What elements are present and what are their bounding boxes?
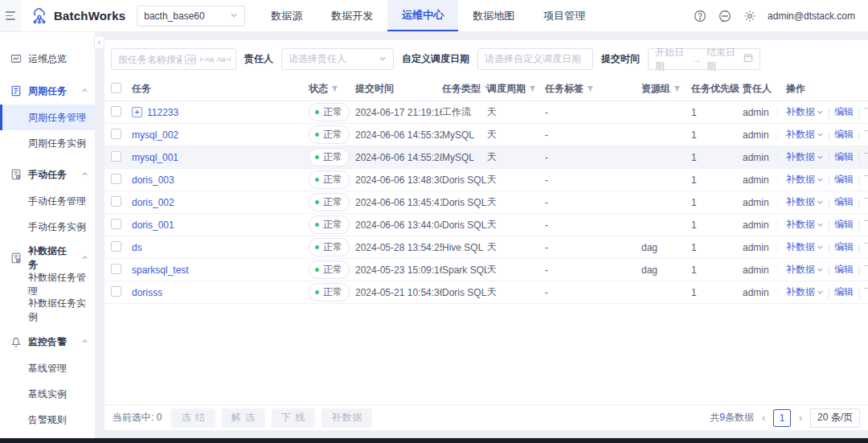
filter-icon[interactable]	[587, 85, 594, 92]
match-case-icon[interactable]: Ab	[185, 55, 196, 64]
sidebar-subitem[interactable]: 周期任务管理	[0, 105, 95, 130]
offline-action[interactable]: 下线	[864, 263, 868, 277]
sidebar-subitem[interactable]: 补数据任务管理	[0, 272, 95, 297]
patch-data-action[interactable]: 补数据	[786, 105, 824, 119]
row-checkbox[interactable]	[111, 241, 121, 252]
offline-action[interactable]: 下线	[864, 218, 868, 232]
user-email[interactable]: admin@dtstack.com	[768, 10, 855, 22]
chevron-down-icon	[817, 174, 824, 186]
batch-action-button-4[interactable]: 补数据	[321, 408, 372, 428]
expand-icon[interactable]: +	[132, 107, 142, 117]
edit-action[interactable]: 编辑	[834, 218, 854, 232]
action-separator: |	[828, 152, 830, 163]
patch-data-action[interactable]: 补数据	[786, 218, 824, 232]
match-prefix-icon[interactable]: ⊢Aa	[199, 55, 213, 64]
task-name-link[interactable]: dorisss	[132, 287, 162, 298]
sidebar-item[interactable]: 运维总览	[0, 45, 95, 72]
chevron-down-icon	[379, 54, 387, 65]
row-checkbox[interactable]	[111, 264, 121, 274]
batch-action-button-2[interactable]: 解 冻	[222, 408, 265, 428]
edit-action[interactable]: 编辑	[834, 105, 854, 119]
prev-page-button[interactable]: ‹	[760, 412, 767, 424]
sidebar-subitem[interactable]: 手动任务实例	[0, 214, 95, 240]
patch-data-action[interactable]: 补数据	[786, 195, 824, 209]
project-select[interactable]: bacth_base60	[137, 6, 245, 27]
patch-data-action[interactable]: 补数据	[786, 285, 824, 299]
row-checkbox[interactable]	[111, 196, 121, 207]
task-name-link[interactable]: ds	[132, 242, 142, 253]
patch-data-action[interactable]: 补数据	[786, 240, 824, 254]
nav-item-1[interactable]: 数据源	[256, 0, 317, 31]
edit-action[interactable]: 编辑	[834, 173, 854, 187]
help-icon[interactable]	[693, 9, 706, 23]
filter-icon[interactable]	[529, 85, 536, 92]
patch-data-action[interactable]: 补数据	[786, 173, 824, 187]
chevron-down-icon	[230, 10, 238, 22]
sidebar-subitem[interactable]: 基线管理	[0, 355, 95, 381]
sidebar-subitem[interactable]: 补数据任务实例	[0, 297, 95, 323]
filter-icon[interactable]	[331, 85, 338, 92]
current-page-button[interactable]: 1	[773, 409, 791, 427]
offline-action[interactable]: 下线	[864, 128, 868, 142]
edit-action[interactable]: 编辑	[834, 240, 854, 254]
edit-action[interactable]: 编辑	[834, 150, 854, 164]
patch-data-action[interactable]: 补数据	[786, 150, 824, 164]
task-name-link[interactable]: mysql_002	[132, 129, 178, 141]
filter-icon[interactable]	[674, 85, 681, 92]
nav-item-5[interactable]: 项目管理	[529, 0, 600, 31]
offline-action[interactable]: 下线	[864, 173, 868, 187]
next-page-button[interactable]: ›	[797, 412, 804, 424]
message-icon[interactable]	[718, 9, 731, 23]
nav-item-4[interactable]: 数据地图	[458, 0, 529, 31]
sidebar-subitem[interactable]: 周期任务实例	[0, 130, 95, 156]
row-checkbox[interactable]	[111, 106, 121, 117]
edit-action[interactable]: 编辑	[834, 128, 854, 142]
task-name-cell: +112233	[132, 107, 309, 118]
row-checkbox[interactable]	[111, 286, 121, 297]
tag-cell: -	[545, 219, 641, 231]
task-name-link[interactable]: doris_001	[132, 219, 174, 231]
row-checkbox[interactable]	[111, 219, 121, 229]
schedule-date-input[interactable]: 请选择自定义调度日期	[477, 48, 593, 70]
sidebar-group[interactable]: 补数据任务	[0, 244, 95, 272]
offline-action[interactable]: 下线	[864, 105, 868, 119]
edit-action[interactable]: 编辑	[834, 263, 854, 277]
task-search-input[interactable]	[118, 54, 182, 65]
edit-action[interactable]: 编辑	[834, 195, 854, 209]
sidebar-group[interactable]: 手动任务	[0, 161, 95, 188]
page-size-select[interactable]: 20 条/页	[810, 408, 860, 428]
task-name-link[interactable]: doris_003	[132, 174, 174, 186]
status-label: 正常	[323, 128, 342, 142]
task-name-link[interactable]: 112233	[147, 107, 178, 118]
owner-select[interactable]: 请选择责任人	[281, 48, 394, 70]
patch-data-action[interactable]: 补数据	[786, 128, 824, 142]
offline-action[interactable]: 下线	[864, 285, 868, 299]
select-all-checkbox[interactable]	[111, 83, 121, 93]
sidebar-group[interactable]: 周期任务	[0, 77, 95, 105]
tag-cell: -	[545, 129, 641, 141]
batch-action-button-1[interactable]: 冻 结	[171, 408, 215, 428]
submit-time-range-picker[interactable]: 开始日期 → 结束日期	[648, 48, 760, 70]
sidebar-subitem[interactable]: 手动任务管理	[0, 188, 95, 214]
row-checkbox[interactable]	[111, 129, 121, 139]
sidebar-group[interactable]: 监控告警	[0, 328, 95, 355]
nav-item-3[interactable]: 运维中心	[387, 0, 458, 31]
patch-data-action[interactable]: 补数据	[786, 263, 824, 277]
sidebar-subitem[interactable]: 告警规则	[0, 407, 95, 433]
batch-action-button-3[interactable]: 下 线	[272, 408, 315, 428]
offline-action[interactable]: 下线	[864, 240, 868, 254]
task-name-link[interactable]: mysql_001	[132, 152, 178, 163]
edit-action[interactable]: 编辑	[834, 285, 854, 299]
nav-item-2[interactable]: 数据开发	[317, 0, 387, 31]
task-name-link[interactable]: doris_002	[132, 197, 174, 208]
task-name-link[interactable]: sparksql_test	[132, 265, 189, 276]
settings-icon[interactable]	[743, 9, 756, 23]
offline-action[interactable]: 下线	[864, 195, 868, 209]
sidebar-toggle-button[interactable]	[0, 0, 21, 31]
sidebar-collapse-handle[interactable]: ‹	[94, 35, 104, 49]
match-suffix-icon[interactable]: Aa⊣	[217, 55, 231, 64]
sidebar-subitem[interactable]: 基线实例	[0, 381, 95, 407]
offline-action[interactable]: 下线	[864, 150, 868, 164]
row-checkbox[interactable]	[111, 174, 121, 184]
row-checkbox[interactable]	[111, 151, 121, 162]
